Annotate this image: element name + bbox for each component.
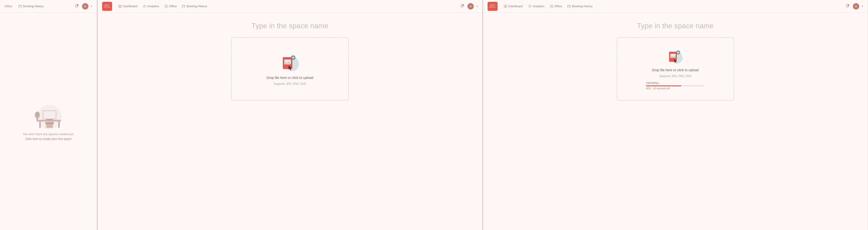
nav-office-panel2[interactable]: Office [164,4,177,9]
svg-rect-18 [119,5,120,6]
nav-office-label-panel2: Office [169,4,177,8]
nav-analytics-panel2[interactable]: Analytics [143,4,159,9]
avatar-panel3[interactable]: U [853,3,859,9]
upload-drop-text-panel3: Drop file here or click to upload [652,68,699,72]
empty-message-line1: You don't have any spaces created yet. [23,132,74,136]
bell-icon-panel3[interactable] [845,4,850,9]
bell-icon-panel2[interactable] [460,4,465,9]
svg-point-30 [462,4,464,6]
analytics-icon-panel2 [143,5,146,8]
nav-dashboard-label-panel3: Dashboard [508,4,523,8]
bell-icon-panel1[interactable] [74,4,79,9]
svg-rect-8 [58,122,60,128]
analytics-icon-panel3 [528,5,531,8]
svg-rect-41 [504,6,505,8]
upload-zone-panel2[interactable]: Drop file here or click to upload Suppor… [231,37,349,101]
svg-rect-10 [46,119,53,120]
office-icon-panel2 [164,5,168,8]
svg-rect-26 [182,5,185,8]
create-space-uploading-content: Drop file here or click to upload Suppor… [483,13,868,230]
navbar-panel1: Office Booking History U [0,0,97,13]
calendar-icon-panel3 [567,5,570,8]
avatar-panel2[interactable]: U [467,3,474,9]
nav-right-panel2: U ▾ [460,3,477,9]
svg-rect-39 [504,5,505,6]
nav-office-label-panel3: Office [555,4,562,8]
office-logo: Office [4,4,12,8]
nav-booking-panel3[interactable]: Booking History [567,4,592,9]
calendar-icon-panel2 [182,5,185,8]
nav-items-panel3: Dashboard Analytics Office [504,4,839,9]
office-icon-panel3 [550,5,553,8]
navbar-panel3: HOT DESK Dashboard Analytics [483,0,868,13]
chevron-down-panel3[interactable]: ▾ [862,5,863,7]
nav-dashboard-label-panel2: Dashboard [123,4,137,8]
nav-dashboard-panel3[interactable]: Dashboard [504,4,523,9]
create-space-content: Drop file here or click to upload Suppor… [98,13,482,230]
upload-illustration-panel3 [666,48,684,65]
chevron-down-panel1[interactable]: ▾ [91,5,92,7]
navbar-panel2: HOT DESK Dashboard Analytics [98,0,482,13]
nav-analytics-panel3[interactable]: Analytics [528,4,545,9]
nav-booking-label-panel2: Booking History [186,4,207,8]
nav-analytics-label-panel2: Analytics [147,4,159,8]
dashboard-icon-panel2 [119,5,122,8]
panel-create-space: HOT DESK Dashboard Analytics [98,0,483,230]
nav-analytics-label-panel3: Analytics [533,4,545,8]
svg-rect-19 [120,5,121,6]
svg-point-15 [35,111,39,117]
nav-booking-label-panel3: Booking History [572,4,592,8]
nav-dashboard-panel2[interactable]: Dashboard [119,4,137,9]
nav-items-panel2: Dashboard Analytics Office [119,4,454,9]
svg-point-35 [285,60,286,62]
svg-rect-0 [19,5,22,8]
progress-bar-background [646,86,705,86]
upload-drop-text-panel2: Drop file here or click to upload [267,76,313,79]
svg-rect-20 [119,6,120,8]
svg-rect-40 [506,5,507,6]
upload-supports-text-panel2: Supports: JPG, PNG, SVG [274,82,306,86]
nav-right-panel1: U ▾ [74,3,92,9]
uploading-label: Uploading... [646,81,705,85]
nav-booking-label-panel1: Booking History [23,4,43,8]
upload-zone-panel3[interactable]: Drop file here or click to upload Suppor… [617,37,734,101]
svg-point-55 [671,54,672,56]
progress-meta: 60% - 10 seconds left [646,87,705,90]
space-name-input-panel2[interactable] [111,22,469,30]
dashboard-icon-panel3 [504,5,507,8]
empty-state-container: You don't have any spaces created yet. C… [0,13,97,230]
logo-desk-panel2: DESK [104,6,111,8]
panel-create-space-uploading: HOT DESK Dashboard Analytics [483,0,868,230]
svg-point-51 [848,4,849,6]
svg-rect-21 [120,6,121,8]
upload-supports-text-panel3: Supports: JPG, PNG, SVG [659,74,691,78]
avatar-panel1[interactable]: U [82,3,88,9]
svg-rect-47 [567,5,570,8]
progress-bar-fill [646,86,681,86]
upload-progress-section: Uploading... 60% - 10 seconds left [646,81,705,90]
svg-rect-42 [506,6,507,8]
empty-text: You don't have any spaces created yet. C… [23,132,74,141]
svg-rect-17 [45,122,54,124]
svg-rect-12 [43,111,56,119]
nav-items-panel1: Booking History [19,4,68,8]
svg-rect-16 [46,124,53,128]
nav-booking-history-panel1[interactable]: Booking History [19,4,43,8]
logo-desk-panel3: DESK [489,6,496,8]
nav-office-panel3[interactable]: Office [550,4,562,9]
nav-booking-panel2[interactable]: Booking History [182,4,207,9]
upload-illustration-panel2 [279,53,301,73]
svg-rect-7 [39,122,41,128]
empty-message-line2[interactable]: Click here to create your first space [25,137,71,140]
panel-empty-state: Office Booking History U [0,0,97,230]
calendar-icon [19,5,22,8]
chevron-down-panel2[interactable]: ▾ [476,5,477,7]
hotdesk-logo-panel2: HOT DESK [102,2,112,11]
office-illustration [33,101,64,128]
nav-right-panel3: U ▾ [845,3,863,9]
svg-point-4 [77,4,78,6]
space-name-input-panel3[interactable] [497,22,854,30]
hotdesk-logo-panel3: HOT DESK [488,2,498,11]
